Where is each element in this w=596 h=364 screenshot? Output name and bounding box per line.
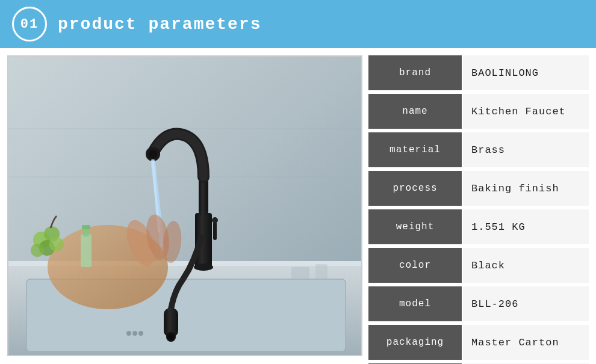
faucet-scene <box>8 57 361 355</box>
value-cell-0: BAOLINLONG <box>462 55 589 90</box>
info-row-model: modelBLL-206 <box>368 286 589 322</box>
product-image <box>7 55 362 356</box>
scene-svg <box>8 57 362 356</box>
header: 01 product parameters <box>0 0 596 48</box>
info-row-material: materialBrass <box>368 132 589 168</box>
svg-point-7 <box>132 331 137 336</box>
svg-rect-31 <box>291 267 309 279</box>
info-rows-container: brandBAOLINLONGnameKitchen Faucetmateria… <box>368 55 589 364</box>
label-cell-0: brand <box>368 55 462 90</box>
svg-point-10 <box>194 264 213 271</box>
header-circle-text: 01 <box>20 17 39 32</box>
svg-point-13 <box>149 150 157 158</box>
label-cell-7: packaging <box>368 325 462 360</box>
info-panel: brandBAOLINLONGnameKitchen Faucetmateria… <box>368 55 589 357</box>
label-cell-5: color <box>368 248 462 283</box>
value-cell-7: Master Carton <box>462 325 589 360</box>
value-cell-2: Brass <box>462 132 589 167</box>
header-circle-icon: 01 <box>12 7 47 42</box>
value-cell-5: Black <box>462 248 589 283</box>
svg-rect-28 <box>81 234 92 267</box>
label-cell-6: model <box>368 286 462 321</box>
svg-point-26 <box>49 237 64 251</box>
info-row-color: colorBlack <box>368 248 589 284</box>
label-cell-1: name <box>368 94 462 129</box>
svg-point-16 <box>169 335 173 339</box>
info-row-brand: brandBAOLINLONG <box>368 55 589 91</box>
value-cell-6: BLL-206 <box>462 286 589 321</box>
svg-rect-32 <box>315 264 327 279</box>
value-cell-4: 1.551 KG <box>462 209 589 244</box>
label-cell-2: material <box>368 132 462 167</box>
svg-rect-29 <box>83 228 89 236</box>
label-cell-3: process <box>368 171 462 206</box>
label-cell-4: weight <box>368 209 462 244</box>
header-title: product parameters <box>58 15 261 34</box>
svg-point-18 <box>212 217 218 223</box>
main-content: brandBAOLINLONGnameKitchen Faucetmateria… <box>0 48 596 364</box>
svg-point-6 <box>126 331 131 336</box>
value-cell-1: Kitchen Faucet <box>462 94 589 129</box>
info-row-packaging: packagingMaster Carton <box>368 325 589 361</box>
info-row-name: nameKitchen Faucet <box>368 94 589 130</box>
svg-rect-17 <box>213 222 217 240</box>
value-cell-3: Baking finish <box>462 171 589 206</box>
info-row-weight: weight1.551 KG <box>368 209 589 245</box>
svg-rect-30 <box>82 225 90 229</box>
info-row-process: processBaking finish <box>368 171 589 207</box>
svg-point-27 <box>31 244 44 257</box>
svg-point-8 <box>138 331 143 336</box>
